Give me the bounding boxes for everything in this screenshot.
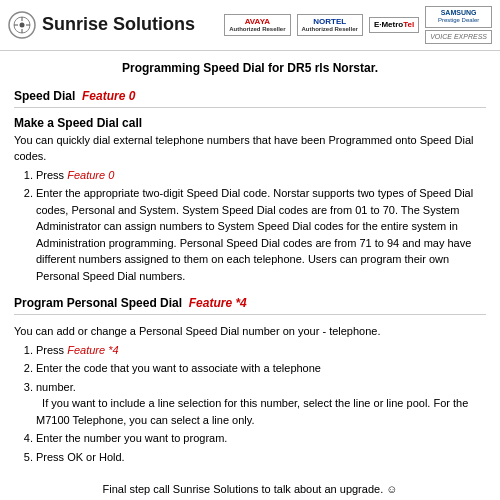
s2-step4-text: Enter the number you want to program. bbox=[36, 432, 227, 444]
step2-text: Enter the appropriate two-digit Speed Di… bbox=[36, 187, 473, 282]
list-item: number. If you want to include a line se… bbox=[36, 379, 486, 429]
voiceexpress-badge: VOICE EXPRESS bbox=[425, 30, 492, 44]
section2-body: You can add or change a Personal Speed D… bbox=[14, 323, 486, 465]
list-item: Enter the code that you want to associat… bbox=[36, 360, 486, 377]
list-item: Enter the appropriate two-digit Speed Di… bbox=[36, 185, 486, 284]
section1-body: You can quickly dial external telephone … bbox=[14, 132, 486, 285]
svg-point-6 bbox=[20, 22, 25, 27]
logo-area: Sunrise Solutions bbox=[8, 11, 195, 39]
make-speed-dial-heading: Make a Speed Dial call bbox=[14, 116, 486, 130]
s2-step5-text: Press OK or Hold. bbox=[36, 451, 125, 463]
speed-dial-feature: Feature 0 bbox=[82, 89, 135, 103]
program-feature: Feature *4 bbox=[189, 296, 247, 310]
s2-step1-press: Press bbox=[36, 344, 67, 356]
list-item: Enter the number you want to program. bbox=[36, 430, 486, 447]
section1-divider bbox=[14, 107, 486, 108]
step1-press: Press bbox=[36, 169, 67, 181]
main-content: Programming Speed Dial for DR5 rls Norst… bbox=[0, 51, 500, 500]
step1-feature: Feature 0 bbox=[67, 169, 114, 181]
s2-step3-text: number. If you want to include a line se… bbox=[36, 381, 468, 426]
footer-note: Final step call Sunrise Solutions to tal… bbox=[14, 483, 486, 495]
program-label-text: Program Personal Speed Dial bbox=[14, 296, 182, 310]
avaya-badge: AVAYA Authorized Reseller bbox=[224, 14, 290, 37]
list-item: Press Feature *4 bbox=[36, 342, 486, 359]
page-title: Programming Speed Dial for DR5 rls Norst… bbox=[14, 61, 486, 75]
program-speed-dial-label: Program Personal Speed Dial Feature *4 bbox=[14, 296, 486, 310]
partner-logos: AVAYA Authorized Reseller NORTEL Authori… bbox=[224, 6, 492, 44]
list-item: Press OK or Hold. bbox=[36, 449, 486, 466]
section2-steps: Press Feature *4 Enter the code that you… bbox=[36, 342, 486, 466]
section2-intro: You can add or change a Personal Speed D… bbox=[14, 323, 486, 340]
logo-text: Sunrise Solutions bbox=[42, 14, 195, 35]
s2-step2-text: Enter the code that you want to associat… bbox=[36, 362, 321, 374]
header: Sunrise Solutions AVAYA Authorized Resel… bbox=[0, 0, 500, 51]
s2-step1-feature: Feature *4 bbox=[67, 344, 118, 356]
speed-dial-label: Speed Dial Feature 0 bbox=[14, 89, 486, 103]
speed-dial-label-text: Speed Dial bbox=[14, 89, 75, 103]
sunrise-logo-icon bbox=[8, 11, 36, 39]
section1-steps: Press Feature 0 Enter the appropriate tw… bbox=[36, 167, 486, 285]
nortel-badge: NORTEL Authorized Reseller bbox=[297, 14, 363, 37]
section1-intro: You can quickly dial external telephone … bbox=[14, 132, 486, 165]
section2-divider bbox=[14, 314, 486, 315]
samsung-badge: SAMSUNG Prestige Dealer bbox=[425, 6, 492, 28]
list-item: Press Feature 0 bbox=[36, 167, 486, 184]
emetrotel-badge: E·MetroTel bbox=[369, 17, 419, 33]
